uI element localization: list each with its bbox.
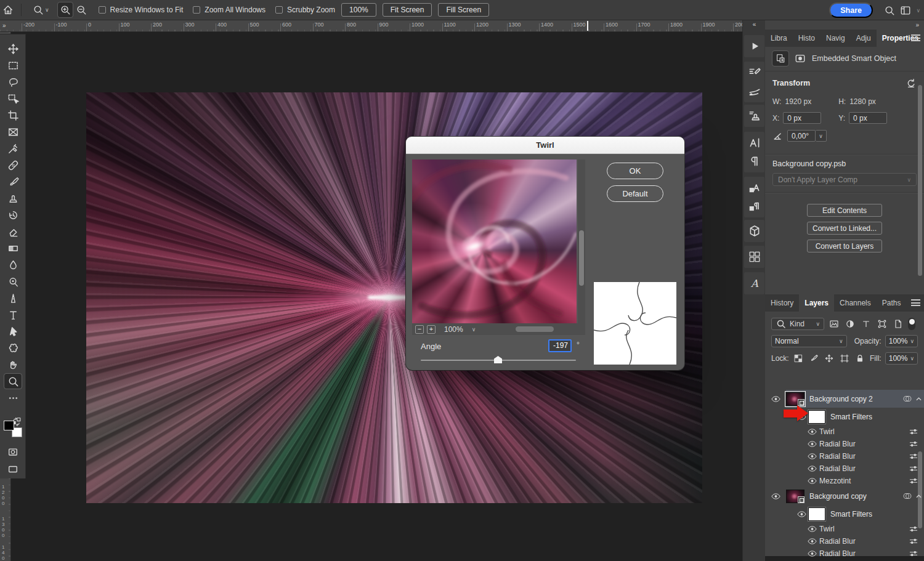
smart-filter-badge-icon[interactable] — [902, 492, 912, 500]
dodge-tool[interactable] — [4, 274, 22, 289]
rotation-input[interactable]: 0,00° — [787, 130, 816, 142]
rotation-dropdown[interactable]: ∨ — [816, 130, 827, 142]
angle-input[interactable]: -197 — [548, 339, 572, 352]
dialog-title[interactable]: Twirl — [406, 137, 684, 154]
gradient-tool[interactable] — [4, 241, 22, 256]
default-button[interactable]: Default — [607, 185, 663, 202]
panel-brushes[interactable] — [744, 80, 764, 102]
zoom-out-button[interactable]: − — [415, 325, 424, 334]
blend-mode-dropdown[interactable]: Normal ∨ — [771, 335, 847, 347]
smart-filters-eye[interactable] — [795, 511, 808, 517]
filter-name[interactable]: Twirl — [819, 427, 835, 436]
filter-shape-layers-icon[interactable] — [876, 318, 888, 330]
panel-paragraph-styles[interactable] — [744, 195, 764, 217]
preview-vertical-scrollbar[interactable] — [578, 159, 585, 323]
filter-visibility-eye[interactable] — [806, 441, 818, 447]
panel-glyphs[interactable]: A — [744, 272, 764, 294]
panel-clone-source[interactable] — [744, 105, 764, 127]
filter-blend-options-icon[interactable] — [909, 453, 918, 460]
edit-contents-button[interactable]: Edit Contents — [807, 204, 882, 217]
tab-adju[interactable]: Adju — [851, 30, 877, 47]
brush-tool[interactable] — [4, 174, 22, 189]
lock-position-icon[interactable] — [824, 352, 835, 365]
filter-blend-options-icon[interactable] — [909, 550, 918, 557]
fill-screen-button[interactable]: Fill Screen — [438, 3, 489, 17]
zoom-tool[interactable] — [4, 374, 22, 389]
filter-type-layers-icon[interactable] — [860, 318, 872, 330]
collapse-filters-chevron[interactable] — [916, 397, 922, 401]
layer-visibility-eye[interactable] — [765, 396, 786, 402]
type-tool[interactable] — [4, 307, 22, 322]
filter-name[interactable]: Radial Blur — [819, 549, 856, 558]
history-brush-tool[interactable] — [4, 208, 22, 222]
layer-name[interactable]: Background copy — [809, 492, 867, 501]
resize-windows-checkbox[interactable]: Resize Windows to Fit — [99, 6, 184, 14]
filter-name[interactable]: Radial Blur — [819, 440, 856, 448]
checkbox-icon[interactable] — [99, 6, 106, 14]
panel-menu-icon[interactable] — [911, 34, 920, 41]
fit-screen-button[interactable]: Fit Screen — [383, 3, 432, 17]
filter-blend-options-icon[interactable] — [909, 428, 918, 435]
search-icon[interactable] — [884, 5, 895, 16]
opacity-dropdown[interactable]: 100% ∨ — [885, 335, 918, 347]
angle-slider-thumb[interactable] — [494, 356, 502, 363]
filter-pixel-layers-icon[interactable] — [828, 318, 840, 330]
smart-filter-row[interactable]: Radial Blur — [765, 438, 924, 450]
properties-scrollbar[interactable] — [918, 85, 922, 276]
panel-paragraph[interactable] — [744, 150, 764, 172]
share-button[interactable]: Share — [829, 2, 873, 18]
scrubby-zoom-checkbox[interactable]: Scrubby Zoom — [275, 6, 335, 14]
panel-patterns[interactable] — [744, 246, 764, 268]
lock-all-icon[interactable] — [854, 352, 866, 365]
mask-properties-button[interactable] — [792, 51, 808, 66]
filter-smart-objects-icon[interactable] — [892, 318, 904, 330]
lock-artboard-icon[interactable] — [839, 352, 851, 365]
tab-libra[interactable]: Libra — [765, 30, 793, 47]
smart-filter-row[interactable]: Radial Blur — [765, 450, 924, 462]
path-selection-tool[interactable] — [4, 324, 22, 339]
custom-shape-tool[interactable] — [4, 341, 22, 355]
foreground-color-swatch[interactable] — [4, 421, 14, 430]
filter-blend-options-icon[interactable] — [909, 525, 918, 533]
filter-visibility-eye[interactable] — [806, 526, 818, 532]
toolbar-collapse-chevron[interactable]: » — [2, 22, 6, 29]
filter-blend-options-icon[interactable] — [909, 477, 918, 485]
healing-brush-tool[interactable] — [4, 158, 22, 172]
checkbox-icon[interactable] — [275, 6, 283, 14]
filter-visibility-eye[interactable] — [806, 466, 818, 472]
screen-mode-button[interactable] — [6, 463, 20, 475]
filter-name[interactable]: Radial Blur — [819, 464, 856, 473]
smart-filter-row[interactable]: Radial Blur — [765, 462, 924, 475]
smart-filter-row[interactable]: Radial Blur — [765, 547, 924, 560]
smart-filter-row[interactable]: Mezzotint — [765, 475, 924, 487]
home-icon[interactable] — [0, 2, 16, 17]
angle-slider[interactable] — [421, 360, 576, 361]
layer-row[interactable]: Background copy — [765, 487, 924, 505]
quick-mask-button[interactable] — [6, 446, 20, 458]
filter-visibility-eye[interactable] — [806, 453, 818, 459]
y-input[interactable]: 0 px — [849, 112, 887, 124]
zoom-100-button[interactable]: 100% — [341, 3, 376, 17]
filter-name[interactable]: Radial Blur — [819, 452, 856, 461]
lasso-tool[interactable] — [4, 75, 22, 89]
ellipsis-tool[interactable] — [4, 390, 22, 405]
chevron-down-icon[interactable]: ∨ — [45, 7, 49, 13]
filter-visibility-eye[interactable] — [806, 429, 818, 435]
zoom-tool-icon[interactable] — [33, 4, 44, 15]
lock-transparent-icon[interactable] — [793, 352, 804, 365]
zoom-in-button[interactable]: + — [427, 325, 436, 334]
smart-filter-row[interactable]: Radial Blur — [765, 535, 924, 547]
expand-panels-chevron[interactable]: » — [915, 22, 919, 28]
rectangular-marquee-tool[interactable] — [4, 58, 22, 73]
smart-filter-badge-icon[interactable] — [902, 395, 912, 403]
tab-layers[interactable]: Layers — [799, 294, 834, 312]
horizontal-ruler[interactable]: -200-10001002003004005006007008009001000… — [0, 20, 742, 32]
tab-history[interactable]: History — [765, 294, 799, 312]
tab-histo[interactable]: Histo — [793, 30, 821, 47]
layer-visibility-eye[interactable] — [765, 493, 786, 499]
checkbox-icon[interactable] — [193, 6, 200, 14]
slice-tool[interactable] — [4, 124, 22, 139]
reset-transform-icon[interactable] — [906, 78, 917, 89]
panel-3d[interactable] — [744, 220, 764, 242]
layer-filter-toggle[interactable] — [908, 318, 915, 330]
